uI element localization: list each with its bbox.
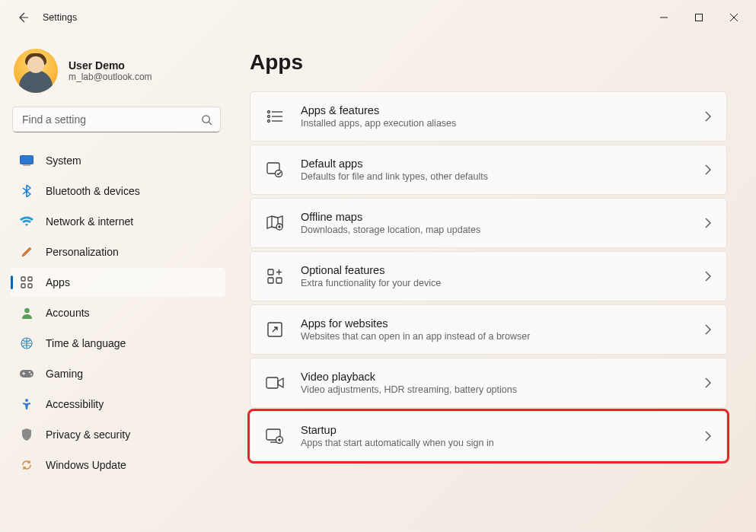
nav-label: Gaming xyxy=(46,368,83,380)
back-button[interactable] xyxy=(9,4,37,31)
search-input[interactable] xyxy=(22,113,201,126)
svg-rect-10 xyxy=(21,284,25,288)
nav-accessibility[interactable]: Accessibility xyxy=(11,390,225,419)
user-email: m_lab@outlook.com xyxy=(69,72,152,82)
nav-time-language[interactable]: Time & language xyxy=(11,329,225,358)
nav-personalization[interactable]: Personalization xyxy=(11,237,225,266)
globe-clock-icon xyxy=(20,336,33,350)
svg-point-16 xyxy=(30,374,32,375)
card-title: Startup xyxy=(301,424,688,436)
nav-gaming[interactable]: Gaming xyxy=(11,359,225,388)
card-title: Video playback xyxy=(301,371,688,383)
card-subtitle: Downloads, storage location, map updates xyxy=(301,225,688,235)
page-title: Apps xyxy=(250,50,727,75)
card-subtitle: Extra functionality for your device xyxy=(301,278,688,288)
search-icon xyxy=(201,114,212,126)
update-icon xyxy=(20,458,33,472)
card-startup[interactable]: Startup Apps that start automatically wh… xyxy=(250,411,727,461)
svg-point-24 xyxy=(268,120,270,123)
maximize-icon xyxy=(695,14,703,21)
svg-rect-11 xyxy=(28,284,32,288)
nav-label: Personalization xyxy=(46,246,119,258)
nav-system[interactable]: System xyxy=(11,146,225,175)
nav-bluetooth[interactable]: Bluetooth & devices xyxy=(11,177,225,205)
window-controls xyxy=(646,6,751,29)
chevron-right-icon xyxy=(705,111,711,122)
minimize-icon xyxy=(660,14,668,21)
avatar xyxy=(14,49,58,93)
svg-line-5 xyxy=(209,122,212,125)
settings-list: Apps & features Installed apps, app exec… xyxy=(250,91,727,461)
nav-list: System Bluetooth & devices Network & int… xyxy=(11,146,225,481)
nav-label: Accounts xyxy=(46,307,90,319)
svg-rect-8 xyxy=(21,277,25,281)
nav-label: Privacy & security xyxy=(46,428,130,441)
card-title: Apps & features xyxy=(301,104,688,116)
nav-windows-update[interactable]: Windows Update xyxy=(11,451,225,479)
card-apps-websites[interactable]: Apps for websites Websites that can open… xyxy=(250,304,727,355)
gamepad-icon xyxy=(20,367,33,381)
nav-network[interactable]: Network & internet xyxy=(11,207,225,236)
bluetooth-icon xyxy=(20,184,33,198)
nav-label: Apps xyxy=(46,276,70,288)
nav-label: Windows Update xyxy=(46,459,126,471)
titlebar: Settings xyxy=(0,0,756,35)
person-icon xyxy=(20,306,33,320)
search-box[interactable] xyxy=(12,107,221,132)
nav-label: System xyxy=(46,155,81,167)
nav-label: Bluetooth & devices xyxy=(46,185,140,197)
grid-plus-icon xyxy=(266,267,284,285)
shield-icon xyxy=(20,428,33,441)
close-button[interactable] xyxy=(716,6,751,29)
minimize-button[interactable] xyxy=(646,6,681,29)
card-optional-features[interactable]: Optional features Extra functionality fo… xyxy=(250,251,727,301)
card-title: Offline maps xyxy=(301,211,688,223)
card-apps-features[interactable]: Apps & features Installed apps, app exec… xyxy=(250,91,727,142)
card-offline-maps[interactable]: Offline maps Downloads, storage location… xyxy=(250,198,727,248)
accessibility-icon xyxy=(20,397,33,411)
svg-point-22 xyxy=(268,116,270,118)
back-arrow-icon xyxy=(17,11,29,24)
chevron-right-icon xyxy=(705,431,711,441)
nav-label: Accessibility xyxy=(46,398,104,410)
chevron-right-icon xyxy=(705,377,711,388)
svg-rect-9 xyxy=(28,277,32,281)
card-video-playback[interactable]: Video playback Video adjustments, HDR st… xyxy=(250,358,727,408)
nav-label: Time & language xyxy=(46,337,126,349)
wifi-icon xyxy=(20,215,33,228)
chevron-right-icon xyxy=(705,218,711,228)
user-name: User Demo xyxy=(69,59,152,72)
svg-rect-29 xyxy=(268,269,273,275)
nav-privacy[interactable]: Privacy & security xyxy=(11,420,225,449)
svg-point-20 xyxy=(268,111,270,113)
apps-icon xyxy=(20,276,33,289)
maximize-button[interactable] xyxy=(681,6,716,29)
default-apps-icon xyxy=(266,161,284,179)
svg-rect-31 xyxy=(276,278,282,283)
card-title: Default apps xyxy=(301,158,688,170)
nav-accounts[interactable]: Accounts xyxy=(11,298,225,327)
map-icon xyxy=(266,214,284,232)
card-default-apps[interactable]: Default apps Defaults for file and link … xyxy=(250,145,727,195)
video-icon xyxy=(266,374,284,392)
svg-rect-35 xyxy=(266,377,278,388)
svg-rect-18 xyxy=(23,372,24,375)
card-subtitle: Installed apps, app execution aliases xyxy=(301,118,688,129)
system-icon xyxy=(20,154,33,167)
main-content: Apps Apps & features Installed apps, app… xyxy=(228,35,756,532)
svg-rect-6 xyxy=(21,156,33,164)
card-subtitle: Defaults for file and link types, other … xyxy=(301,171,688,182)
nav-apps[interactable]: Apps xyxy=(11,268,225,297)
open-external-icon xyxy=(266,320,284,339)
user-profile[interactable]: User Demo m_lab@outlook.com xyxy=(11,43,225,107)
svg-rect-1 xyxy=(696,14,703,21)
chevron-right-icon xyxy=(705,271,711,282)
svg-point-4 xyxy=(203,115,209,122)
card-subtitle: Video adjustments, HDR streaming, batter… xyxy=(301,384,688,395)
card-subtitle: Websites that can open in an app instead… xyxy=(301,331,688,342)
nav-label: Network & internet xyxy=(46,215,133,228)
svg-rect-7 xyxy=(23,165,30,166)
card-title: Apps for websites xyxy=(301,317,688,330)
chevron-right-icon xyxy=(705,164,711,175)
window-title: Settings xyxy=(43,12,77,23)
